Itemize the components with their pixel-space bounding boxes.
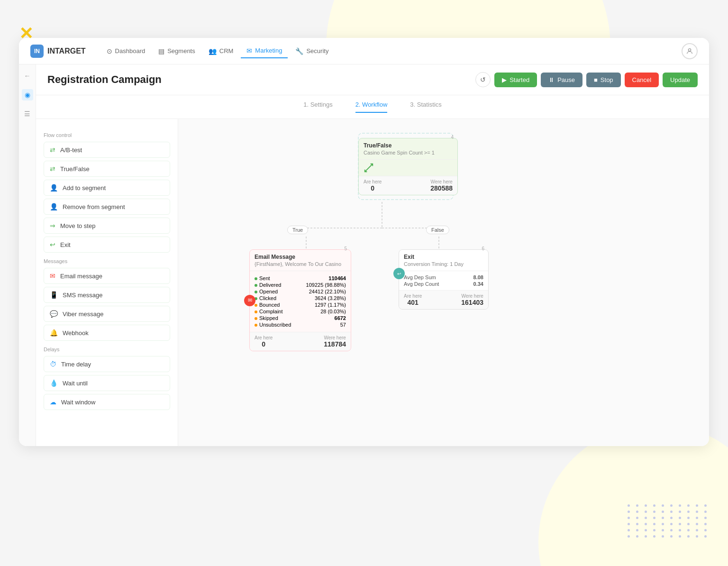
flow-item-true-false[interactable]: ⇄ True/False — [44, 161, 170, 177]
flow-item-ab-test[interactable]: ⇄ A/B-test — [44, 142, 170, 158]
tabs-bar: 1. Settings 2. Workflow 3. Statistics — [36, 95, 709, 119]
webhook-label: Webhook — [63, 329, 89, 337]
stat-bounced: Bounced 1297 (1.17%) — [255, 301, 346, 308]
flow-item-viber[interactable]: 💬 Viber message — [44, 306, 170, 322]
content-area: ← ◉ ☰ Registration Campaign ↺ ▶ Started … — [19, 64, 709, 446]
workflow-canvas: 4 True/False Casino Game Spin Count >= 1 — [188, 128, 519, 437]
stop-icon: ■ — [594, 76, 598, 83]
logo[interactable]: IN INTARGET — [30, 45, 86, 58]
node-true-false[interactable]: 4 True/False Casino Game Spin Count >= 1 — [358, 138, 458, 195]
exit-flow-icon: ↩ — [50, 241, 55, 248]
move-step-label: Move to step — [60, 222, 95, 229]
stat-complaint: Complaint 28 (0.03%) — [255, 308, 346, 315]
close-icon[interactable]: ✕ — [19, 24, 33, 44]
tf-node-header: True/False Casino Game Spin Count >= 1 — [359, 138, 457, 160]
nav-segments[interactable]: ▤ Segments — [153, 45, 201, 58]
true-false-label: True/False — [60, 165, 90, 173]
exit-were-here: Were here 161403 — [461, 293, 483, 306]
nav-marketing-label: Marketing — [255, 47, 282, 54]
nav-items: ⊙ Dashboard ▤ Segments 👥 CRM ✉ Marketing… — [101, 44, 682, 58]
wait-window-label: Wait window — [61, 399, 95, 406]
flow-item-exit[interactable]: ↩ Exit — [44, 237, 170, 253]
sidebar-nav-icon[interactable]: ← — [22, 70, 33, 82]
navbar: IN INTARGET ⊙ Dashboard ▤ Segments 👥 CRM… — [19, 38, 709, 64]
stat-sent: Sent 110464 — [255, 275, 346, 282]
nav-crm-label: CRM — [219, 47, 234, 55]
security-icon: 🔧 — [295, 47, 303, 55]
flow-item-add-segment[interactable]: 👤 Add to segment — [44, 180, 170, 196]
flow-item-wait-window[interactable]: ☁ Wait window — [44, 394, 170, 410]
email-node-number: 5 — [344, 246, 347, 251]
avg-dep-sum-value: 8.08 — [473, 274, 483, 280]
viber-msg-label: Viber message — [63, 310, 103, 318]
exit-node-body: Avg Dep Sum 8.08 Avg Dep Count 0.34 — [399, 271, 488, 290]
avg-dep-count-row: Avg Dep Count 0.34 — [404, 281, 483, 287]
email-node-badge: ✉ — [244, 295, 255, 306]
dot-skipped — [255, 317, 257, 320]
nav-dashboard-label: Dashboard — [115, 47, 146, 55]
flow-item-webhook[interactable]: 🔔 Webhook — [44, 325, 170, 341]
flow-item-sms[interactable]: 📱 SMS message — [44, 287, 170, 303]
main-content: Registration Campaign ↺ ▶ Started ⏸ Paus… — [36, 64, 709, 446]
dot-complaint — [255, 310, 257, 313]
tf-stats: Are here 0 Were here 280588 — [359, 176, 457, 195]
flow-item-time-delay[interactable]: ⏱ Time delay — [44, 356, 170, 372]
nav-security[interactable]: 🔧 Security — [290, 45, 334, 58]
email-are-here: Are here 0 — [255, 335, 273, 348]
flow-item-email[interactable]: ✉ Email message — [44, 268, 170, 284]
email-node-header: Email Message {FirstName}, Welcome To Ou… — [250, 250, 351, 271]
user-avatar[interactable] — [682, 43, 698, 59]
pause-button[interactable]: ⏸ Pause — [541, 73, 582, 87]
nav-security-label: Security — [306, 47, 328, 55]
connector-label-false: False — [426, 226, 449, 234]
tab-statistics[interactable]: 3. Statistics — [410, 101, 441, 113]
avg-dep-count-label: Avg Dep Count — [404, 281, 439, 287]
flow-item-wait-until[interactable]: 💧 Wait until — [44, 375, 170, 391]
update-button[interactable]: Update — [663, 73, 698, 87]
page-header: Registration Campaign ↺ ▶ Started ⏸ Paus… — [36, 64, 709, 95]
play-icon: ▶ — [502, 76, 507, 83]
stat-clicked: Clicked 3624 (3.28%) — [255, 295, 346, 301]
tab-settings[interactable]: 1. Settings — [303, 101, 332, 113]
exit-node-badge: ↩ — [393, 268, 405, 279]
add-segment-label: Add to segment — [63, 184, 106, 192]
dot-delivered — [255, 284, 257, 287]
connector-label-true: True — [287, 226, 308, 234]
canvas-area: 4 True/False Casino Game Spin Count >= 1 — [178, 119, 709, 446]
true-false-icon: ⇄ — [50, 165, 55, 173]
flow-item-move-step[interactable]: ⇒ Move to step — [44, 218, 170, 234]
sidebar-list-icon[interactable]: ☰ — [22, 108, 33, 119]
flow-item-remove-segment[interactable]: 👤 Remove from segment — [44, 199, 170, 215]
ab-test-icon: ⇄ — [50, 146, 55, 154]
exit-stats-footer: Are here 401 Were here 161403 — [399, 290, 488, 309]
node-exit[interactable]: 6 ↩ Exit Conversion Timing: 1 Day Avg De… — [399, 249, 489, 310]
tf-were-here: Were here 280588 — [430, 179, 453, 192]
sidebar-left: ← ◉ ☰ — [19, 64, 36, 446]
remove-segment-label: Remove from segment — [63, 203, 125, 210]
flow-control-title: Flow control — [44, 132, 170, 138]
viber-msg-icon: 💬 — [50, 310, 58, 318]
cancel-button[interactable]: Cancel — [625, 73, 659, 87]
started-button[interactable]: ▶ Started — [494, 73, 537, 87]
nav-crm[interactable]: 👥 CRM — [203, 45, 239, 58]
refresh-button[interactable]: ↺ — [475, 72, 491, 87]
sidebar-active-icon[interactable]: ◉ — [22, 89, 33, 100]
wait-until-icon: 💧 — [50, 379, 58, 387]
nav-marketing[interactable]: ✉ Marketing — [241, 44, 288, 58]
delays-title: Delays — [44, 347, 170, 352]
logo-icon: IN — [30, 45, 44, 58]
tab-workflow[interactable]: 2. Workflow — [355, 101, 388, 113]
exit-node-number: 6 — [482, 246, 484, 251]
page-title: Registration Campaign — [47, 73, 162, 86]
node-email[interactable]: 5 ✉ Email Message {FirstName}, Welcome T… — [249, 249, 351, 351]
nav-dashboard[interactable]: ⊙ Dashboard — [101, 45, 151, 58]
time-delay-icon: ⏱ — [50, 360, 56, 368]
svg-point-0 — [688, 48, 691, 51]
wait-window-icon: ☁ — [50, 398, 56, 406]
stop-button[interactable]: ■ Stop — [586, 73, 621, 87]
move-step-icon: ⇒ — [50, 222, 55, 229]
email-subtitle: {FirstName}, Welcome To Our Casino — [255, 261, 346, 267]
avg-dep-sum-row: Avg Dep Sum 8.08 — [404, 274, 483, 281]
stat-unsubscribed: Unsubscribed 57 — [255, 321, 346, 328]
email-msg-label: Email message — [60, 273, 102, 280]
